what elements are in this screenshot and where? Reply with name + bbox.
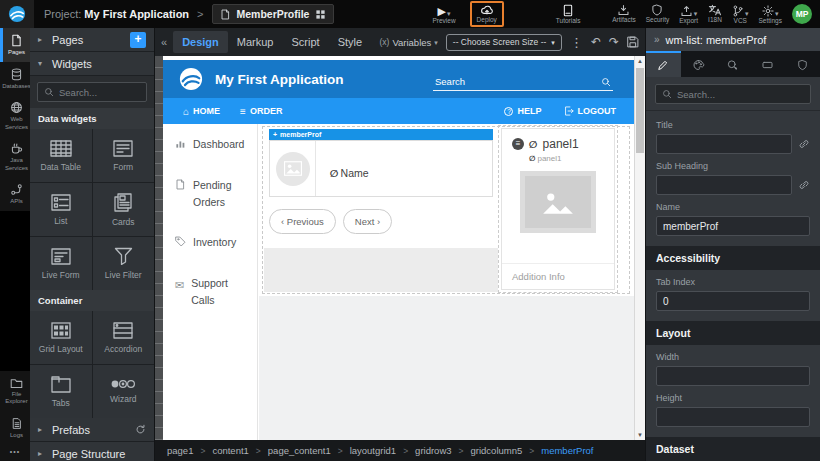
next-page-button[interactable]: Next ›	[343, 209, 392, 234]
side-nav-dashboard[interactable]: Dashboard	[163, 124, 257, 165]
tutorials-button[interactable]: Tutorials	[556, 0, 581, 28]
screen-size-select[interactable]: -- Choose Screen Size -- ▾	[446, 34, 562, 51]
panel-menu-icon[interactable]: ≡	[512, 138, 524, 150]
widgets-accordion[interactable]: ▾ Widgets	[30, 52, 154, 76]
user-avatar[interactable]: MP	[792, 4, 812, 24]
save-icon[interactable]	[627, 36, 639, 48]
expand-panel-icon[interactable]: »	[654, 34, 660, 45]
widget-tile-form[interactable]: Form	[93, 129, 155, 182]
breadcrumb-item[interactable]: content1	[212, 445, 248, 456]
breadcrumb-item[interactable]: page1	[167, 445, 193, 456]
rail-item-java-services[interactable]: Java Services	[0, 136, 30, 177]
nav-help-link[interactable]: ? HELP	[504, 106, 541, 116]
tab-markup[interactable]: Markup	[228, 31, 283, 53]
accessibility-section-header: Accessibility	[646, 246, 820, 270]
prefabs-accordion[interactable]: ▸ Prefabs	[30, 418, 154, 442]
redo-icon[interactable]: ↷	[609, 35, 619, 49]
height-field-input[interactable]	[656, 407, 810, 427]
nav-logout-link[interactable]: LOGOUT	[564, 106, 617, 116]
refresh-prefabs-button[interactable]	[135, 424, 146, 435]
widget-tile-list[interactable]: List	[30, 183, 92, 236]
expanded-arrow-icon: ▾	[38, 59, 46, 68]
tab-events[interactable]	[716, 51, 751, 77]
widget-tile-wizard[interactable]: Wizard	[93, 365, 155, 418]
panel1-widget[interactable]: ≡ ∅ panel1 ∅ panel1	[501, 128, 615, 290]
tab-index-field-input[interactable]	[656, 291, 810, 311]
tab-styles[interactable]	[681, 51, 716, 77]
variables-icon: (x)	[379, 37, 389, 47]
side-nav-pending-orders[interactable]: Pending Orders	[163, 165, 257, 223]
tab-script[interactable]: Script	[283, 31, 329, 53]
add-page-button[interactable]: +	[130, 32, 146, 48]
rail-item-logs[interactable]: Logs	[0, 411, 30, 445]
collapse-left-panel-icon[interactable]: «	[155, 36, 173, 48]
breadcrumb-item[interactable]: layoutgrid1	[350, 445, 396, 456]
variables-dropdown[interactable]: (x) Variables ▾	[379, 37, 437, 48]
deploy-button[interactable]: Deploy	[470, 1, 504, 27]
side-nav-inventory[interactable]: Inventory	[163, 222, 257, 263]
widget-tile-cards[interactable]: Cards	[93, 183, 155, 236]
rail-more-icon[interactable]: •••	[0, 444, 30, 461]
sub-heading-field-input[interactable]	[656, 175, 792, 195]
tab-design[interactable]: Design	[173, 31, 228, 53]
tab-device[interactable]	[750, 51, 785, 77]
rail-item-apis[interactable]: APIs	[0, 177, 30, 211]
page-structure-accordion[interactable]: ▸ Page Structure	[30, 442, 154, 461]
breadcrumb-item[interactable]: gridrow3	[415, 445, 451, 456]
widget-tile-accordion[interactable]: Accordion	[93, 311, 155, 364]
bind-link-icon[interactable]	[798, 138, 810, 150]
previous-page-button[interactable]: ‹ Previous	[269, 209, 336, 234]
export-button[interactable]: ▾ Export	[679, 0, 698, 28]
widget-tile-tabs[interactable]: Tabs	[30, 365, 92, 418]
widget-search-input[interactable]: Search...	[37, 82, 147, 102]
vcs-button[interactable]: ▾ VCS	[732, 0, 749, 28]
widget-tile-live-filter[interactable]: Live Filter	[93, 237, 155, 290]
nav-home-link[interactable]: ⌂ HOME	[183, 106, 220, 117]
list-item[interactable]: ∅ Name	[269, 140, 493, 197]
name-field-input[interactable]	[656, 216, 810, 236]
app-search-input[interactable]: Search	[433, 76, 613, 91]
rail-label: Java Services	[3, 157, 30, 172]
rail-item-file-explorer[interactable]: File Explorer	[0, 371, 30, 411]
security-button[interactable]: Security	[646, 0, 669, 28]
image-placeholder[interactable]	[520, 171, 596, 233]
more-options-icon[interactable]: ⋮	[570, 35, 583, 50]
tab-style[interactable]: Style	[329, 31, 371, 53]
search-icon	[662, 89, 672, 99]
artifacts-button[interactable]: Artifacts	[612, 0, 635, 28]
pages-accordion-label: Pages	[52, 34, 83, 46]
layout-grid-selection[interactable]: + memberProf	[262, 126, 630, 294]
width-field-input[interactable]	[656, 366, 810, 386]
wavemaker-logo[interactable]	[0, 0, 34, 28]
breadcrumb-item[interactable]: page_content1	[268, 445, 331, 456]
member-list-widget[interactable]: + memberProf	[269, 129, 493, 197]
panel1-title: panel1	[543, 137, 579, 151]
scroll-down-icon[interactable]: ▼	[635, 432, 645, 438]
property-search-input[interactable]: Search...	[655, 84, 811, 104]
folder-icon	[10, 377, 23, 389]
widget-tile-data-table[interactable]: Data Table	[30, 129, 92, 182]
widget-tile-grid-layout[interactable]: Grid Layout	[30, 311, 92, 364]
side-nav-support-calls[interactable]: ✉ Support Calls	[163, 263, 257, 321]
i18n-button[interactable]: I18N	[708, 0, 722, 28]
undo-icon[interactable]: ↶	[591, 35, 601, 49]
canvas-scrollbar[interactable]: ▲ ▼	[634, 56, 645, 440]
tab-properties[interactable]	[646, 51, 681, 77]
breadcrumb-item-current[interactable]: memberProf	[541, 445, 593, 456]
scroll-up-icon[interactable]: ▲	[635, 58, 645, 64]
preview-button[interactable]: ▶ ▾ Preview	[432, 0, 455, 28]
scrollbar-thumb[interactable]	[636, 68, 644, 153]
widget-tile-live-form[interactable]: Live Form	[30, 237, 92, 290]
pages-accordion[interactable]: ▸ Pages +	[30, 28, 154, 52]
title-field-input[interactable]	[656, 134, 792, 154]
bind-link-icon[interactable]	[798, 179, 810, 191]
breadcrumb-item[interactable]: gridcolumn5	[471, 445, 523, 456]
nav-order-link[interactable]: ≡ ORDER	[240, 106, 282, 117]
rail-item-databases[interactable]: Databases	[0, 62, 30, 96]
page-selector[interactable]: MemberProfile	[212, 4, 335, 24]
rail-item-pages[interactable]: Pages	[0, 28, 30, 62]
rail-item-web-services[interactable]: Web Services	[0, 95, 30, 136]
widget-selection-tag[interactable]: + memberProf	[269, 129, 493, 140]
settings-button[interactable]: ▾ Settings	[759, 0, 783, 28]
tab-security[interactable]	[785, 51, 820, 77]
